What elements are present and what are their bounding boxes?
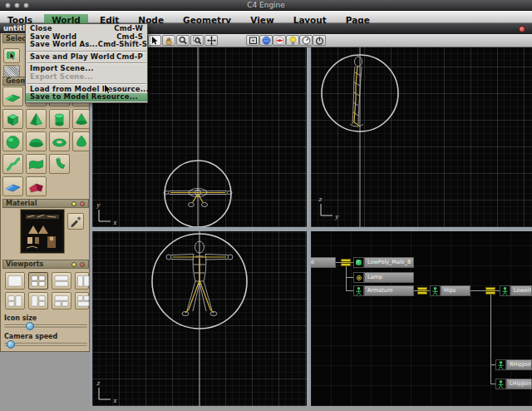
node-connector-icon[interactable] [485,287,495,295]
magnifier-rect-icon [192,36,203,46]
move-arrows-icon [206,36,217,46]
camera-speed-label: Camera speed [4,333,57,340]
model-node-icon [353,285,364,296]
node-lowpoly-male-b[interactable]: LowPoly_Male_B [364,257,414,268]
camera-speed-slider[interactable] [4,344,87,346]
menu-separator [26,49,147,53]
bounding-box-icon [248,36,259,46]
node-lowerbody[interactable]: LowerBody [510,285,532,296]
collapse-icon[interactable] [71,262,76,267]
compass-toggle-button[interactable] [273,35,286,46]
node-armature[interactable]: Armature [364,285,414,296]
svg-text:y: y [334,214,339,220]
shape-teardrop-icon[interactable] [72,131,90,151]
node-connector-icon[interactable] [341,259,351,266]
node-rhipjoint[interactable]: RHipJoint [506,359,532,370]
shape-horn-icon[interactable] [49,154,70,174]
menu-separator [26,61,147,65]
shape-torus-icon[interactable] [49,131,70,151]
layout-two-cols-button[interactable] [75,272,89,290]
layout-quad-button[interactable] [28,272,48,290]
side-view-scene [311,47,532,227]
shape-cone-icon[interactable] [72,109,90,129]
node-link [470,290,485,291]
shape-dome-icon[interactable] [26,131,47,151]
menu-item-save-world-as[interactable]: Save World As...Cmd-Shift-S [26,41,147,49]
model-node-icon [495,379,506,389]
node-link [346,277,353,278]
node-connector-icon[interactable] [417,287,427,295]
axis-indicator-front-view: z x [96,379,121,404]
icon-size-slider[interactable] [4,325,87,328]
node-hips[interactable]: Hips [441,285,470,296]
material-picker-button[interactable] [67,213,84,230]
collapse-icon[interactable] [71,201,76,206]
shape-curved-plate-icon[interactable] [26,154,47,174]
material-preview[interactable] [21,210,64,253]
zoom-rect-tool-button[interactable] [190,35,204,46]
camera-speed-slider-knob[interactable] [7,340,15,349]
world-display-button[interactable] [259,35,273,46]
close-panel-icon[interactable] [80,201,85,206]
world-dropdown-menu: CloseCmd-W Save WorldCmd-S Save World As… [25,23,148,103]
node-link [346,290,353,291]
menu-separator [26,82,147,86]
move-view-tool-button[interactable] [204,35,218,46]
layout-two-rows-button[interactable] [52,272,71,290]
axis-indicator-top-view: y x [96,201,121,226]
layout-right-split-button[interactable] [28,292,48,309]
window-titlebar: C4 Engine [0,0,532,11]
layout-bottom-split-button[interactable] [52,292,71,309]
shape-plate-icon[interactable] [2,87,23,106]
shape-cylinder-icon[interactable] [49,109,70,129]
world-window-titlebar [90,23,532,34]
light-bulb-icon [288,36,298,46]
node-lhipjoint[interactable]: LHipJoint [506,379,532,389]
node-link [490,295,491,384]
viewport-side-view[interactable]: z y [311,47,532,227]
shape-box-icon[interactable] [2,109,23,129]
pan-hand-tool-button[interactable] [162,35,175,46]
lighting-toggle-button[interactable] [286,35,299,46]
world-globe-icon [261,36,272,46]
svg-text:x: x [113,220,117,226]
zoom-tool-button[interactable] [176,35,190,46]
side-view-figure-wireframe [350,57,363,126]
svg-text:x: x [113,398,117,404]
icon-size-label: Icon size [4,314,37,322]
close-panel-icon[interactable] [80,262,85,267]
viewports-section-header[interactable]: Viewports [2,260,89,269]
viewport-front-view[interactable]: z x [92,231,307,406]
shape-pyramid-icon[interactable] [26,109,47,129]
material-section-header[interactable]: Material [2,199,89,208]
svg-text:y: y [96,202,101,209]
compass-icon [274,36,285,46]
viewport-node-graph[interactable]: e LowPoly_Male_B Lamp Armature Hips [311,231,532,406]
shape-path-tube-icon[interactable] [2,154,23,174]
icon-size-slider-knob[interactable] [26,322,34,330]
shape-folded-plane-icon[interactable] [26,176,47,196]
c4-engine-window: C4 Engine Tools World Edit Node Geometry… [0,0,532,411]
editor-toolbar [90,34,532,47]
node-partial[interactable]: e [311,257,336,268]
layout-single-button[interactable] [5,272,25,290]
marquee-select-tool-button[interactable] [3,65,20,77]
menu-item-save-to-model-resource[interactable]: Save to Model Resource... [26,93,147,102]
clock-icon [301,36,312,46]
front-view-scene [92,231,307,406]
node-lamp[interactable]: Lamp [364,272,414,283]
select-tool-button[interactable] [3,48,20,63]
shape-water-surface-icon[interactable] [2,176,23,196]
model-node-icon [430,285,441,296]
model-node-icon [500,285,510,296]
select-arrow-tool-button[interactable] [148,35,161,46]
light-node-icon [353,272,364,283]
layout-top-split-button[interactable] [75,292,89,309]
power-button[interactable] [313,35,326,46]
time-toggle-button[interactable] [299,35,313,46]
menu-item-save-and-play[interactable]: Save and Play WorldCmd-P [26,53,147,62]
bounding-box-toggle-button[interactable] [246,35,259,46]
shape-sphere-icon[interactable] [2,131,23,151]
close-icon[interactable] [519,26,525,32]
layout-left-split-button[interactable] [5,292,25,309]
